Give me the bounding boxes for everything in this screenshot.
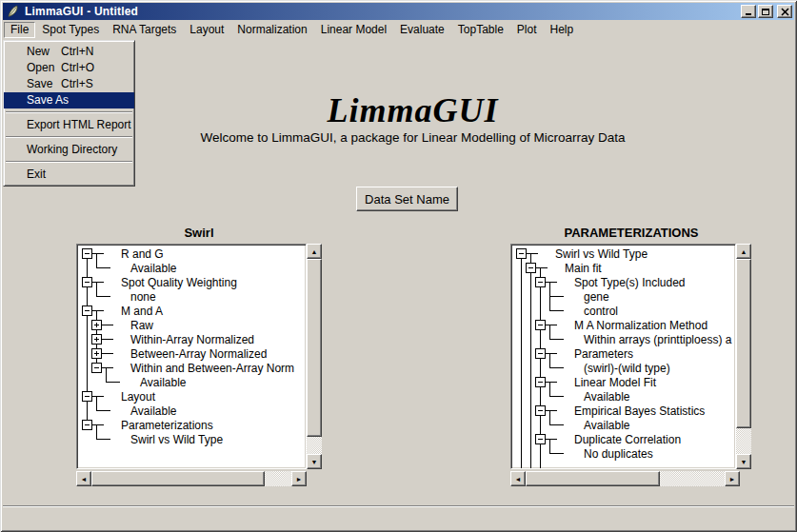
- svg-text:Duplicate Correlation: Duplicate Correlation: [574, 433, 681, 446]
- svg-text:Between-Array Normalized: Between-Array Normalized: [130, 347, 267, 361]
- menubar-normalization[interactable]: Normalization: [230, 22, 313, 38]
- scroll-up-button[interactable]: ▲: [736, 244, 751, 259]
- arrow-left-icon: ◄: [81, 476, 88, 483]
- svg-text:No duplicates: No duplicates: [584, 447, 653, 461]
- svg-text:(swirl)-(wild type): (swirl)-(wild type): [584, 362, 670, 375]
- parameterizations-horizontal-scrollbar[interactable]: ◄►: [510, 471, 740, 486]
- svg-text:Available: Available: [130, 404, 177, 418]
- svg-text:Available: Available: [130, 262, 177, 275]
- titlebar[interactable]: LimmaGUI - Untitled: [3, 3, 794, 20]
- menu-item-save[interactable]: SaveCtrl+S: [4, 76, 134, 92]
- arrow-right-icon: ►: [729, 476, 736, 483]
- window-title: LimmaGUI - Untitled: [25, 5, 138, 18]
- svg-text:Available: Available: [140, 376, 187, 389]
- menu-item-open[interactable]: OpenCtrl+O: [4, 60, 134, 76]
- swirl-tree-widget: R and GAvailableSpot Quality Weightingno…: [76, 244, 324, 487]
- menubar-help[interactable]: Help: [544, 22, 581, 38]
- swirl-tree-listbox[interactable]: R and GAvailableSpot Quality Weightingno…: [76, 244, 307, 469]
- svg-text:Linear Model Fit: Linear Model Fit: [574, 376, 657, 389]
- svg-text:M A Normalization Method: M A Normalization Method: [574, 319, 707, 332]
- svg-text:Raw: Raw: [130, 319, 153, 332]
- arrow-up-icon: ▲: [741, 248, 747, 255]
- menu-separator: [4, 108, 134, 117]
- svg-text:Within-Array Normalized: Within-Array Normalized: [130, 333, 254, 346]
- menubar-plot[interactable]: Plot: [510, 22, 544, 38]
- scroll-right-button[interactable]: ►: [291, 471, 307, 486]
- arrow-right-icon: ►: [296, 476, 303, 483]
- svg-text:Swirl vs Wild Type: Swirl vs Wild Type: [555, 247, 648, 261]
- parameterizations-tree-heading: PARAMETERIZATIONS: [510, 226, 752, 241]
- menu-separator: [4, 158, 134, 167]
- svg-text:Layout: Layout: [121, 390, 156, 404]
- data-set-name-button[interactable]: Data Set Name: [356, 187, 458, 211]
- vertical-scrollbar-thumb[interactable]: [736, 259, 751, 428]
- svg-text:Available: Available: [584, 390, 630, 404]
- maximize-icon: [762, 3, 770, 20]
- menubar: FileSpot TypesRNA TargetsLayoutNormaliza…: [3, 20, 794, 40]
- svg-text:R and G: R and G: [121, 247, 164, 261]
- menubar-rna-targets[interactable]: RNA Targets: [106, 22, 183, 38]
- svg-text:M and A: M and A: [121, 305, 163, 318]
- menubar-spot-types[interactable]: Spot Types: [35, 22, 106, 38]
- tk-feather-icon: [6, 4, 21, 19]
- arrow-up-icon: ▲: [311, 248, 318, 255]
- parameterizations-vertical-scrollbar[interactable]: ▲▼: [736, 244, 751, 469]
- arrow-left-icon: ◄: [515, 476, 522, 483]
- bottom-strip: [3, 505, 794, 529]
- scroll-down-button[interactable]: ▼: [736, 454, 751, 469]
- maximize-button[interactable]: [758, 5, 773, 18]
- minimize-button[interactable]: [741, 5, 756, 18]
- svg-text:Parameterizations: Parameterizations: [121, 419, 213, 432]
- scroll-up-button[interactable]: ▲: [307, 244, 322, 259]
- arrow-down-icon: ▼: [741, 459, 747, 465]
- svg-text:Empirical Bayes Statistics: Empirical Bayes Statistics: [574, 404, 705, 418]
- scroll-left-button[interactable]: ◄: [76, 471, 91, 486]
- menu-item-working-directory[interactable]: Working Directory: [4, 142, 134, 158]
- minimize-icon: [745, 3, 753, 20]
- swirl-vertical-scrollbar[interactable]: ▲▼: [307, 244, 322, 469]
- svg-text:Spot Quality Weighting: Spot Quality Weighting: [121, 276, 237, 289]
- svg-text:Parameters: Parameters: [574, 347, 633, 361]
- parameterizations-tree-widget: Swirl vs Wild TypeMain fitSpot Type(s) I…: [510, 244, 753, 487]
- menu-item-save-as[interactable]: Save As: [4, 92, 134, 108]
- scroll-left-button[interactable]: ◄: [510, 471, 526, 486]
- scroll-right-button[interactable]: ►: [725, 471, 740, 486]
- swirl-horizontal-scrollbar[interactable]: ◄►: [76, 471, 307, 486]
- close-icon: [781, 3, 789, 20]
- vertical-scrollbar-thumb[interactable]: [307, 259, 322, 437]
- menubar-evaluate[interactable]: Evaluate: [393, 22, 451, 38]
- menu-item-export-html-report[interactable]: Export HTML Report: [4, 117, 134, 133]
- svg-text:Main fit: Main fit: [565, 262, 602, 275]
- svg-text:Available: Available: [584, 419, 630, 432]
- svg-text:Spot Type(s) Included: Spot Type(s) Included: [574, 276, 686, 289]
- menu-separator: [4, 133, 134, 142]
- parameterizations-tree-listbox[interactable]: Swirl vs Wild TypeMain fitSpot Type(s) I…: [510, 244, 736, 469]
- svg-text:none: none: [130, 290, 156, 304]
- file-menu-popup: NewCtrl+NOpenCtrl+OSaveCtrl+SSave AsExpo…: [3, 40, 135, 187]
- welcome-text: Welcome to LimmaGUI, a package for Linea…: [31, 130, 794, 145]
- menubar-file[interactable]: File: [4, 22, 35, 38]
- window-controls: [741, 5, 792, 18]
- app-window: LimmaGUI - Untitled FileSpot TypesRNA Ta…: [0, 0, 797, 532]
- svg-text:Within arrays (printtiploess): Within arrays (printtiploess) a: [584, 333, 732, 346]
- app-title-heading: LimmaGUI: [31, 90, 794, 130]
- svg-text:Within and Between-Array Norm: Within and Between-Array Norm: [130, 362, 294, 375]
- menu-item-new[interactable]: NewCtrl+N: [4, 44, 134, 60]
- svg-text:control: control: [584, 305, 618, 318]
- menubar-linear-model[interactable]: Linear Model: [314, 22, 393, 38]
- menubar-toptable[interactable]: TopTable: [451, 22, 510, 38]
- scroll-down-button[interactable]: ▼: [307, 454, 322, 469]
- menu-item-exit[interactable]: Exit: [4, 167, 134, 183]
- swirl-tree-heading: Swirl: [76, 226, 322, 241]
- horizontal-scrollbar-thumb[interactable]: [91, 471, 265, 486]
- menubar-layout[interactable]: Layout: [183, 22, 230, 38]
- close-button[interactable]: [777, 5, 792, 18]
- horizontal-scrollbar-thumb[interactable]: [526, 471, 660, 486]
- arrow-down-icon: ▼: [311, 459, 318, 465]
- svg-text:gene: gene: [584, 290, 609, 304]
- svg-text:Swirl vs Wild Type: Swirl vs Wild Type: [130, 433, 223, 446]
